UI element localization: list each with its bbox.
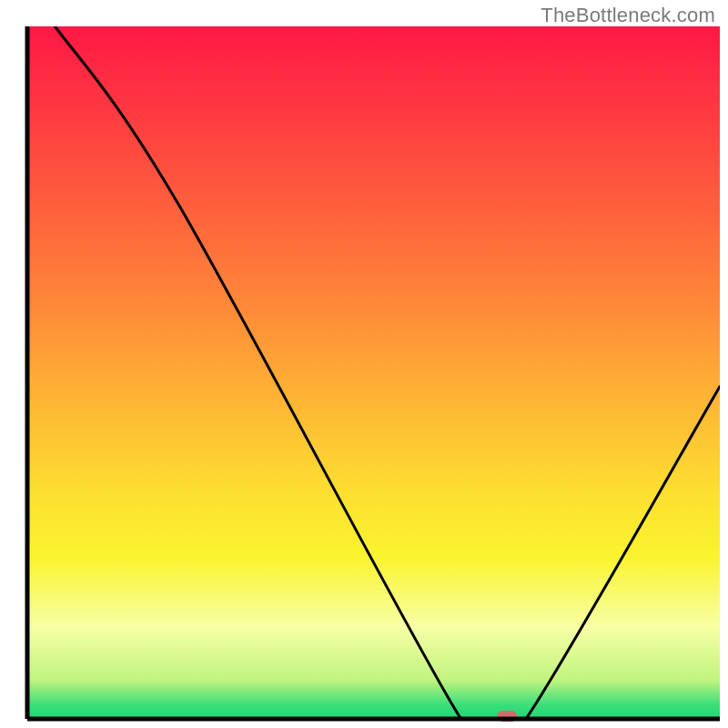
bottleneck-chart (0, 0, 728, 728)
watermark-text: TheBottleneck.com (541, 4, 715, 27)
chart-container: TheBottleneck.com (0, 0, 728, 728)
